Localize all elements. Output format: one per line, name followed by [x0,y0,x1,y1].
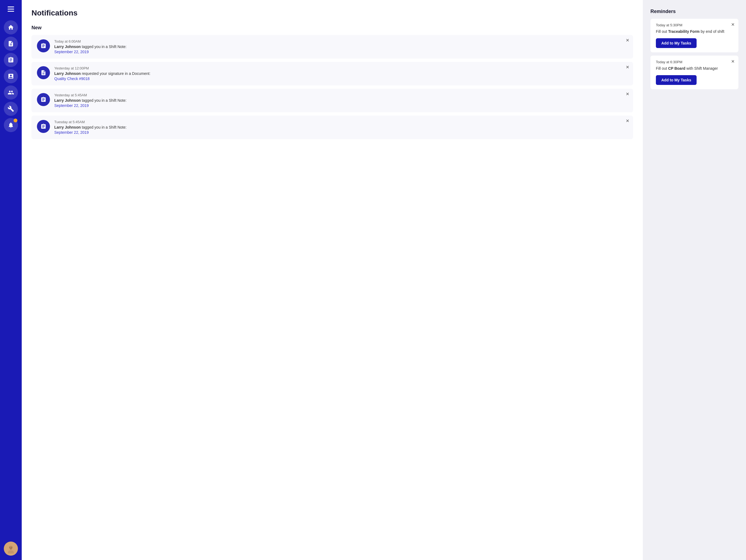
sidebar-item-tools[interactable] [4,102,18,116]
notification-body: Yesterday at 12:00PM Larry Johnson reque… [54,66,628,81]
notification-card: Tuesday at 5:45AM Larry Johnson tagged y… [31,116,633,139]
notification-close-button[interactable]: ✕ [626,92,629,96]
notification-text: Larry Johnson tagged you in a Shift Note… [54,98,628,102]
new-section-title: New [31,25,633,31]
notification-time: Yesterday at 12:00PM [54,66,628,70]
sidebar-item-home[interactable] [4,20,18,34]
user-avatar[interactable] [4,541,18,556]
add-to-tasks-button-2[interactable]: Add to My Tasks [656,75,696,85]
notification-close-button[interactable]: ✕ [626,65,629,69]
notification-time: Yesterday at 5:45AM [54,93,628,97]
notification-list: Today at 6:00AM Larry Johnson tagged you… [31,35,633,139]
notification-text: Larry Johnson tagged you in a Shift Note… [54,125,628,129]
notification-link[interactable]: September 22, 2019 [54,130,89,135]
document-icon [8,40,14,47]
notification-icon-document [37,66,50,79]
notification-body: Tuesday at 5:45AM Larry Johnson tagged y… [54,120,628,135]
reminder-time: Today at 5:30PM [656,23,733,27]
tools-icon [8,106,14,112]
forms-icon [8,73,14,80]
notification-card: Yesterday at 12:00PM Larry Johnson reque… [31,62,633,85]
page-title: Notifications [31,9,633,18]
sidebar-item-documents[interactable] [4,37,18,51]
sidebar-item-notifications[interactable] [4,118,18,132]
clipboard-small-icon [40,96,47,102]
notification-close-button[interactable]: ✕ [626,38,629,42]
notification-icon-clipboard [37,93,50,106]
users-icon [8,89,14,96]
main-content: Notifications New Today at 6:00AM Larry … [22,0,746,560]
sidebar-item-forms[interactable] [4,69,18,83]
svg-point-4 [11,547,12,548]
avatar-icon [6,544,16,554]
clipboard-small-icon [40,43,47,49]
notification-body: Today at 6:00AM Larry Johnson tagged you… [54,39,628,54]
notification-time: Today at 6:00AM [54,39,628,43]
sidebar [0,0,22,560]
svg-point-3 [10,547,10,548]
add-to-tasks-button-1[interactable]: Add to My Tasks [656,38,696,48]
reminder-close-button[interactable]: ✕ [731,22,735,27]
notification-close-button[interactable]: ✕ [626,119,629,123]
notifications-panel: Notifications New Today at 6:00AM Larry … [22,0,643,560]
clipboard-small-icon [40,123,47,129]
notification-icon-clipboard [37,120,50,133]
reminder-card: Today at 6:30PM Fill out CP Board with S… [651,56,738,89]
notification-link[interactable]: September 22, 2019 [54,50,89,54]
clipboard-icon [8,57,14,63]
notification-icon-clipboard [37,39,50,52]
reminder-close-button[interactable]: ✕ [731,59,735,64]
notification-text: Larry Johnson requested your signature i… [54,71,628,76]
document-small-icon [40,70,47,76]
reminder-list: Today at 5:30PM Fill out Traceability Fo… [651,19,738,89]
sidebar-item-users[interactable] [4,85,18,99]
reminder-text: Fill out Traceability Form by end of shi… [656,29,733,34]
reminder-time: Today at 6:30PM [656,60,733,64]
sidebar-item-clipboard[interactable] [4,53,18,67]
notification-time: Tuesday at 5:45AM [54,120,628,124]
notification-body: Yesterday at 5:45AM Larry Johnson tagged… [54,93,628,108]
notification-link[interactable]: September 22, 2019 [54,104,89,108]
reminder-text: Fill out CP Board with Shift Manager [656,66,733,71]
home-icon [8,24,14,31]
bell-icon [8,122,14,128]
notification-link[interactable]: Quality Check #9018 [54,77,90,81]
notification-card: Yesterday at 5:45AM Larry Johnson tagged… [31,89,633,112]
reminders-section-title: Reminders [651,9,738,14]
notification-badge [13,119,18,122]
reminder-card: Today at 5:30PM Fill out Traceability Fo… [651,19,738,52]
hamburger-menu[interactable] [5,4,16,14]
sidebar-nav [4,20,18,541]
notification-text: Larry Johnson tagged you in a Shift Note… [54,45,628,49]
reminders-panel: Reminders Today at 5:30PM Fill out Trace… [643,0,746,560]
notification-card: Today at 6:00AM Larry Johnson tagged you… [31,35,633,59]
